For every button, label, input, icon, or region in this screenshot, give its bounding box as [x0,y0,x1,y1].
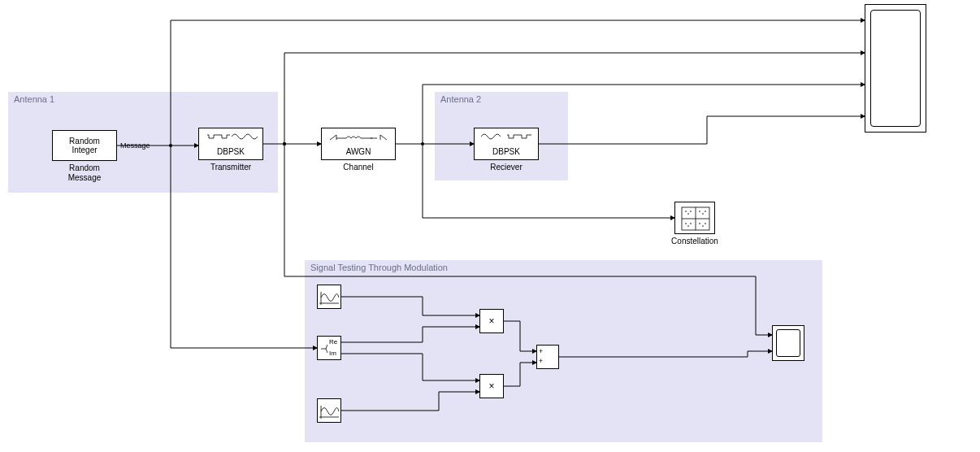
port-message: Message [120,141,150,150]
block-channel[interactable]: AWGN [321,128,396,160]
block-scope-main[interactable] [865,4,926,133]
label-transmitter: Transmitter [198,163,263,172]
svg-point-16 [690,223,692,224]
block-multiply-1[interactable]: × [479,309,504,333]
svg-point-9 [687,213,689,215]
receiver-text: DBPSK [475,147,538,156]
block-sum[interactable]: + + [536,345,559,369]
block-scope-2[interactable] [772,325,804,361]
svg-point-12 [702,213,704,215]
svg-point-11 [699,211,700,212]
svg-point-19 [705,223,706,224]
block-random-integer[interactable]: Random Integer [52,130,117,161]
block-sinewave-1[interactable] [317,285,341,309]
svg-point-17 [699,223,700,224]
svg-point-8 [685,211,687,212]
area-antenna2-label: Antenna 2 [440,94,481,104]
svg-line-0 [330,135,336,140]
block-sinewave-2[interactable] [317,398,341,423]
randint-text2: Integer [72,146,97,154]
label-constellation: Constellation [658,237,731,246]
reim-re-label: Re [329,338,337,346]
svg-point-13 [705,211,706,212]
channel-text: AWGN [322,147,395,156]
svg-point-26 [421,142,424,146]
reim-im-label: Im [329,350,336,357]
area-antenna1-label: Antenna 1 [14,94,54,104]
svg-point-15 [687,225,689,227]
svg-point-10 [690,211,692,212]
randint-text1: Random [69,137,100,146]
svg-point-14 [685,223,687,224]
area-sigtest: Signal Testing Through Modulation [305,260,822,442]
svg-point-18 [702,225,704,227]
label-random-message: RandomMessage [52,163,117,183]
svg-line-3 [380,135,387,140]
area-sigtest-label: Signal Testing Through Modulation [310,263,448,272]
sum-p2: + [539,357,543,365]
svg-rect-5 [682,207,709,230]
svg-point-25 [283,142,286,146]
block-complex-to-reim[interactable]: Re Im [317,336,341,360]
label-channel: Channel [321,163,396,172]
svg-point-27 [283,142,286,146]
block-constellation[interactable] [674,202,715,234]
sum-p1: + [539,347,543,355]
block-multiply-2[interactable]: × [479,374,504,398]
block-transmitter[interactable]: DBPSK [198,128,263,160]
label-receiver: Reciever [474,163,539,172]
mult2-sym: × [488,380,494,392]
mult1-sym: × [488,315,494,327]
block-receiver[interactable]: DBPSK [474,128,539,160]
transmitter-text: DBPSK [199,147,262,156]
